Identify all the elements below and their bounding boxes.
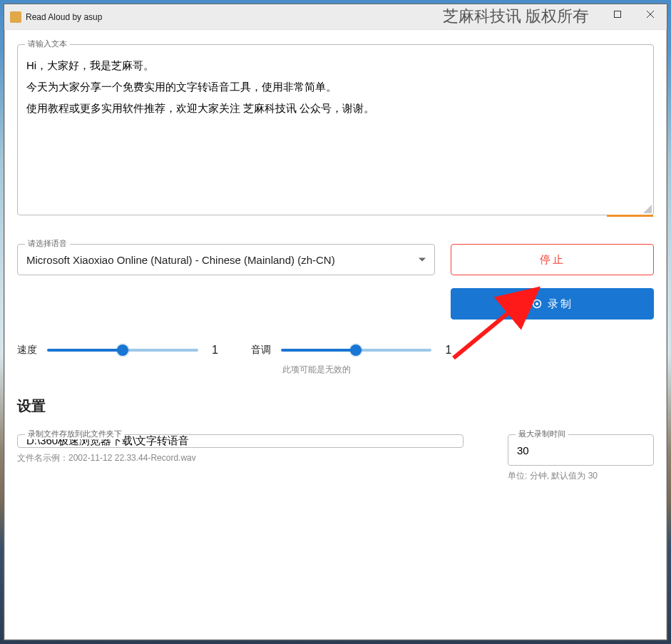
- maximize-button[interactable]: [601, 4, 634, 24]
- close-button[interactable]: [634, 4, 667, 24]
- voice-select-label: 请选择语音: [25, 238, 70, 249]
- content-area: 请输入文本 请选择语音 Microsoft Xiaoxiao Online (N…: [4, 30, 667, 640]
- app-icon: [10, 11, 21, 23]
- minimize-icon: [581, 11, 588, 18]
- maximize-icon: [614, 11, 621, 18]
- stop-button[interactable]: 停止: [451, 244, 654, 275]
- speed-label: 速度: [17, 344, 37, 357]
- close-icon: [647, 11, 654, 18]
- stop-button-label: 停止: [540, 253, 565, 267]
- copyright-text: 芝麻科技讯 版权所有: [443, 6, 588, 27]
- speed-value: 1: [208, 344, 222, 357]
- record-button[interactable]: 录制: [451, 288, 654, 320]
- pitch-slider[interactable]: [281, 349, 432, 352]
- pitch-slider-thumb[interactable]: [350, 344, 362, 356]
- speed-slider-block: 速度 1: [17, 344, 222, 357]
- max-time-label: 最大录制时间: [516, 429, 568, 439]
- svg-rect-1: [615, 11, 621, 18]
- voice-select-value: Microsoft Xiaoxiao Online (Natural) - Ch…: [26, 254, 335, 266]
- settings-row: 录制文件存放到此文件夹下 文件名示例：2002-11-12 22.33.44-R…: [17, 430, 654, 482]
- text-input-label: 请输入文本: [25, 39, 70, 49]
- text-input-group: 请输入文本: [17, 44, 654, 215]
- folder-label: 录制文件存放到此文件夹下: [25, 429, 125, 439]
- pitch-note: 此项可能是无效的: [282, 364, 351, 376]
- titlebar: Read Aloud by asup 芝麻科技讯 版权所有: [4, 4, 667, 30]
- settings-heading: 设置: [17, 397, 654, 416]
- pitch-label: 音调: [251, 344, 271, 357]
- record-icon: [532, 299, 542, 309]
- sliders-row: 速度 1 音调 1 此项可能是无效的: [17, 344, 456, 357]
- max-time-input[interactable]: [517, 444, 645, 456]
- resize-handle-icon[interactable]: [642, 203, 652, 213]
- max-time-column: 最大录制时间 单位: 分钟, 默认值为 30: [508, 430, 654, 482]
- chevron-down-icon: [419, 258, 426, 262]
- record-button-label: 录制: [548, 297, 573, 311]
- speed-slider-thumb[interactable]: [117, 344, 128, 356]
- action-buttons: 停止 录制: [451, 244, 654, 320]
- max-time-field[interactable]: 最大录制时间: [508, 434, 654, 466]
- pitch-slider-block: 音调 1 此项可能是无效的: [251, 344, 456, 357]
- svg-point-5: [536, 302, 538, 305]
- text-input[interactable]: [18, 45, 653, 213]
- folder-field[interactable]: 录制文件存放到此文件夹下: [17, 434, 463, 448]
- minimize-button[interactable]: [568, 4, 601, 24]
- accent-bar: [607, 215, 653, 217]
- window-controls: [568, 4, 667, 24]
- folder-column: 录制文件存放到此文件夹下 文件名示例：2002-11-12 22.33.44-R…: [17, 430, 463, 464]
- pitch-value: 1: [441, 344, 456, 357]
- speed-slider[interactable]: [47, 349, 198, 352]
- app-window: Read Aloud by asup 芝麻科技讯 版权所有 请输入文本 请选择语…: [4, 4, 667, 640]
- voice-and-buttons-row: 请选择语音 Microsoft Xiaoxiao Online (Natural…: [17, 228, 654, 320]
- filename-hint: 文件名示例：2002-11-12 22.33.44-Record.wav: [17, 452, 463, 464]
- app-title: Read Aloud by asup: [26, 12, 102, 22]
- voice-select[interactable]: 请选择语音 Microsoft Xiaoxiao Online (Natural…: [17, 244, 435, 275]
- max-time-hint: 单位: 分钟, 默认值为 30: [508, 470, 654, 482]
